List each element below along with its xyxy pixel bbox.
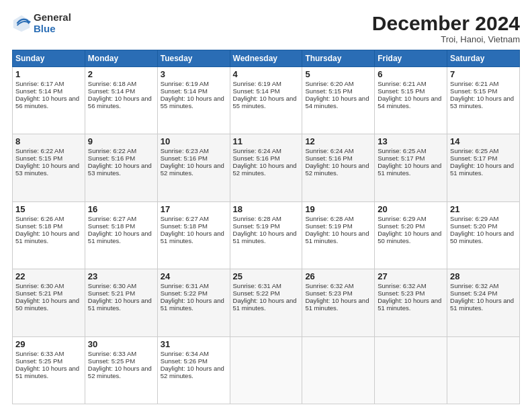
daylight: Daylight: 10 hours and 51 minutes. bbox=[161, 230, 224, 244]
week-row-3: 15Sunrise: 6:26 AMSunset: 5:18 PMDayligh… bbox=[13, 201, 520, 269]
calendar-cell: 23Sunrise: 6:30 AMSunset: 5:21 PMDayligh… bbox=[85, 269, 157, 336]
calendar-cell: 21Sunrise: 6:29 AMSunset: 5:20 PMDayligh… bbox=[447, 201, 520, 269]
sunrise: Sunrise: 6:24 AM bbox=[305, 147, 353, 154]
daylight: Daylight: 10 hours and 54 minutes. bbox=[378, 95, 441, 109]
sunrise: Sunrise: 6:20 AM bbox=[305, 80, 353, 87]
day-number: 6 bbox=[378, 69, 444, 79]
calendar-cell: 13Sunrise: 6:25 AMSunset: 5:17 PMDayligh… bbox=[375, 134, 447, 201]
sunrise: Sunrise: 6:24 AM bbox=[233, 147, 281, 154]
sunrise: Sunrise: 6:25 AM bbox=[450, 147, 498, 154]
sunrise: Sunrise: 6:34 AM bbox=[161, 350, 209, 357]
sunrise: Sunrise: 6:32 AM bbox=[450, 282, 498, 289]
daylight: Daylight: 10 hours and 50 minutes. bbox=[450, 230, 514, 244]
sunset: Sunset: 5:20 PM bbox=[450, 222, 497, 230]
sunrise: Sunrise: 6:23 AM bbox=[161, 147, 209, 154]
sunrise: Sunrise: 6:22 AM bbox=[15, 147, 64, 154]
month-title: December 2024 bbox=[372, 12, 520, 34]
sunrise: Sunrise: 6:31 AM bbox=[161, 282, 209, 289]
daylight: Daylight: 10 hours and 53 minutes. bbox=[450, 95, 514, 109]
calendar-cell: 9Sunrise: 6:22 AMSunset: 5:16 PMDaylight… bbox=[85, 134, 157, 201]
sunset: Sunset: 5:16 PM bbox=[88, 154, 135, 162]
calendar-cell: 4Sunrise: 6:19 AMSunset: 5:14 PMDaylight… bbox=[230, 67, 302, 134]
calendar-cell: 25Sunrise: 6:31 AMSunset: 5:22 PMDayligh… bbox=[230, 269, 302, 336]
sunset: Sunset: 5:16 PM bbox=[305, 154, 352, 162]
daylight: Daylight: 10 hours and 51 minutes. bbox=[305, 230, 369, 244]
sunset: Sunset: 5:23 PM bbox=[305, 289, 352, 297]
day-number: 4 bbox=[233, 69, 300, 79]
sunset: Sunset: 5:15 PM bbox=[450, 87, 497, 95]
day-number: 20 bbox=[378, 204, 444, 214]
logo-blue-text: Blue bbox=[34, 24, 71, 35]
sunrise: Sunrise: 6:29 AM bbox=[378, 215, 426, 222]
logo-text: General Blue bbox=[34, 12, 71, 34]
calendar-cell: 5Sunrise: 6:20 AMSunset: 5:15 PMDaylight… bbox=[302, 67, 375, 134]
sunset: Sunset: 5:23 PM bbox=[378, 289, 425, 297]
calendar-cell: 19Sunrise: 6:28 AMSunset: 5:19 PMDayligh… bbox=[302, 201, 375, 269]
sunset: Sunset: 5:15 PM bbox=[378, 87, 425, 95]
calendar-cell: 16Sunrise: 6:27 AMSunset: 5:18 PMDayligh… bbox=[85, 201, 157, 269]
daylight: Daylight: 10 hours and 53 minutes. bbox=[15, 162, 79, 177]
day-number: 15 bbox=[15, 204, 82, 214]
calendar-cell: 27Sunrise: 6:32 AMSunset: 5:23 PMDayligh… bbox=[375, 269, 447, 336]
day-number: 31 bbox=[161, 339, 227, 349]
daylight: Daylight: 10 hours and 51 minutes. bbox=[450, 297, 514, 312]
sunset: Sunset: 5:15 PM bbox=[15, 154, 62, 162]
daylight: Daylight: 10 hours and 53 minutes. bbox=[88, 162, 152, 177]
sunrise: Sunrise: 6:29 AM bbox=[450, 215, 498, 222]
location: Troi, Hanoi, Vietnam bbox=[372, 34, 520, 44]
sunset: Sunset: 5:14 PM bbox=[233, 87, 280, 95]
day-number: 12 bbox=[305, 136, 371, 146]
calendar-cell: 8Sunrise: 6:22 AMSunset: 5:15 PMDaylight… bbox=[13, 134, 85, 201]
calendar-cell: 18Sunrise: 6:28 AMSunset: 5:19 PMDayligh… bbox=[230, 201, 302, 269]
sunset: Sunset: 5:14 PM bbox=[88, 87, 135, 95]
calendar-cell: 20Sunrise: 6:29 AMSunset: 5:20 PMDayligh… bbox=[375, 201, 447, 269]
sunset: Sunset: 5:14 PM bbox=[15, 87, 62, 95]
day-number: 1 bbox=[15, 69, 82, 79]
sunrise: Sunrise: 6:17 AM bbox=[15, 80, 64, 87]
sunset: Sunset: 5:22 PM bbox=[161, 289, 208, 297]
day-number: 10 bbox=[161, 136, 227, 146]
calendar-cell: 12Sunrise: 6:24 AMSunset: 5:16 PMDayligh… bbox=[302, 134, 375, 201]
sunrise: Sunrise: 6:30 AM bbox=[15, 282, 64, 289]
calendar-table: SundayMondayTuesdayWednesdayThursdayFrid… bbox=[12, 50, 520, 404]
daylight: Daylight: 10 hours and 55 minutes. bbox=[161, 95, 224, 109]
day-number: 14 bbox=[450, 136, 517, 146]
day-number: 22 bbox=[15, 271, 82, 281]
daylight: Daylight: 10 hours and 51 minutes. bbox=[15, 365, 79, 379]
daylight: Daylight: 10 hours and 51 minutes. bbox=[378, 297, 441, 312]
sunrise: Sunrise: 6:27 AM bbox=[161, 215, 209, 222]
sunrise: Sunrise: 6:18 AM bbox=[88, 80, 136, 87]
day-number: 11 bbox=[233, 136, 300, 146]
calendar-cell: 28Sunrise: 6:32 AMSunset: 5:24 PMDayligh… bbox=[447, 269, 520, 336]
day-number: 3 bbox=[161, 69, 227, 79]
day-number: 26 bbox=[305, 271, 371, 281]
day-header-friday: Friday bbox=[375, 50, 447, 67]
calendar-cell: 17Sunrise: 6:27 AMSunset: 5:18 PMDayligh… bbox=[157, 201, 230, 269]
sunrise: Sunrise: 6:22 AM bbox=[88, 147, 136, 154]
daylight: Daylight: 10 hours and 51 minutes. bbox=[378, 162, 441, 177]
calendar-cell: 24Sunrise: 6:31 AMSunset: 5:22 PMDayligh… bbox=[157, 269, 230, 336]
sunrise: Sunrise: 6:32 AM bbox=[378, 282, 426, 289]
calendar-cell: 30Sunrise: 6:33 AMSunset: 5:25 PMDayligh… bbox=[85, 336, 157, 404]
calendar-cell: 15Sunrise: 6:26 AMSunset: 5:18 PMDayligh… bbox=[13, 201, 85, 269]
sunset: Sunset: 5:26 PM bbox=[161, 357, 208, 365]
calendar-cell: 11Sunrise: 6:24 AMSunset: 5:16 PMDayligh… bbox=[230, 134, 302, 201]
sunset: Sunset: 5:17 PM bbox=[378, 154, 425, 162]
sunset: Sunset: 5:15 PM bbox=[305, 87, 352, 95]
empty-cell bbox=[447, 336, 520, 404]
sunrise: Sunrise: 6:33 AM bbox=[15, 350, 64, 357]
sunrise: Sunrise: 6:32 AM bbox=[305, 282, 353, 289]
logo-icon bbox=[12, 14, 31, 33]
daylight: Daylight: 10 hours and 51 minutes. bbox=[233, 230, 297, 244]
calendar-cell: 29Sunrise: 6:33 AMSunset: 5:25 PMDayligh… bbox=[13, 336, 85, 404]
sunset: Sunset: 5:16 PM bbox=[161, 154, 208, 162]
empty-cell bbox=[375, 336, 447, 404]
sunset: Sunset: 5:21 PM bbox=[88, 289, 135, 297]
day-header-tuesday: Tuesday bbox=[157, 50, 230, 67]
day-number: 21 bbox=[450, 204, 517, 214]
calendar-cell: 26Sunrise: 6:32 AMSunset: 5:23 PMDayligh… bbox=[302, 269, 375, 336]
sunset: Sunset: 5:21 PM bbox=[15, 289, 62, 297]
title-block: December 2024 Troi, Hanoi, Vietnam bbox=[372, 12, 520, 44]
sunrise: Sunrise: 6:21 AM bbox=[450, 80, 498, 87]
sunrise: Sunrise: 6:21 AM bbox=[378, 80, 426, 87]
